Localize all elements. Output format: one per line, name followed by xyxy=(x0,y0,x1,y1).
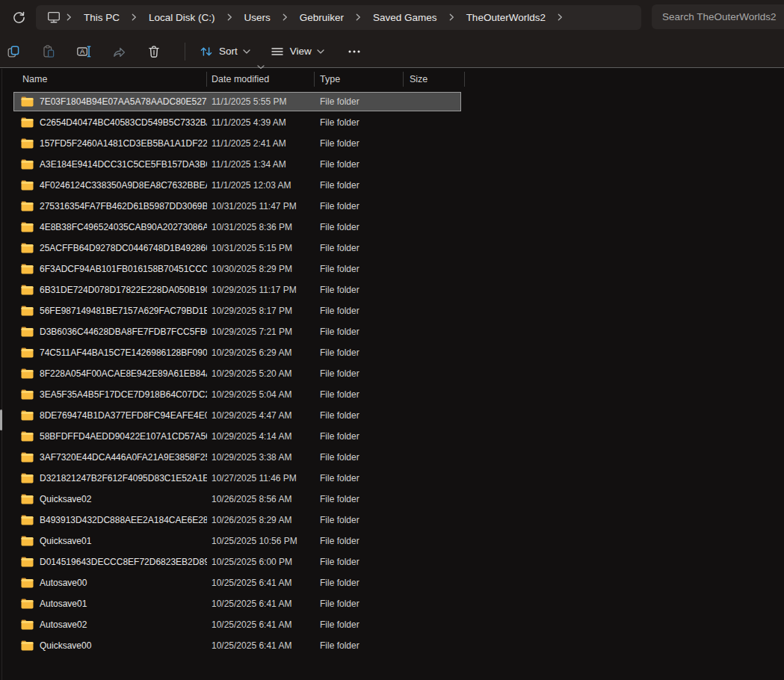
column-header-size[interactable]: Size xyxy=(404,72,465,87)
column-header-date-modified[interactable]: Date modified xyxy=(207,72,315,87)
file-row[interactable]: 157FD5F2460A1481CD3EB5BA1A1DF22D 11/1/20… xyxy=(0,133,784,154)
breadcrumb-item-users[interactable]: Users xyxy=(238,9,277,26)
file-row[interactable]: 6B31DE724D078D17822E228DA050B190 10/29/2… xyxy=(0,279,784,300)
breadcrumb-item-theouterworlds2[interactable]: TheOuterWorlds2 xyxy=(460,9,552,26)
file-row[interactable]: 7E03F1804B94E07AA5A78AADC80E5275 11/1/20… xyxy=(0,91,784,112)
column-header-date-modified-label: Date modified xyxy=(212,74,269,84)
file-name: 6F3ADCF94AB101FB016158B70451CCC3 xyxy=(40,264,207,274)
column-header-row: Name Date modified Type Size xyxy=(0,69,784,90)
file-row[interactable]: 4F0246124C338350A9D8EA8C7632BBEA 11/1/20… xyxy=(0,175,784,196)
file-row[interactable]: 74C511AF44BA15C7E1426986128BF090 10/29/2… xyxy=(0,342,784,363)
rename-button[interactable]: A xyxy=(70,38,97,65)
folder-icon xyxy=(21,640,34,651)
file-name: 7E03F1804B94E07AA5A78AADC80E5275 xyxy=(40,96,207,107)
file-name: 3AF7320E44DCA446A0FA21A9E3858F25 xyxy=(40,452,207,463)
toolbar-divider xyxy=(185,43,185,61)
file-date-modified: 10/29/2025 8:17 PM xyxy=(207,306,315,316)
file-row[interactable]: C2654D40474BC40583CD549B5C7332BA 11/1/20… xyxy=(0,112,784,133)
file-date-modified: 11/1/2025 1:34 AM xyxy=(207,159,315,170)
file-row[interactable]: Autosave00 10/25/2025 6:41 AM File folde… xyxy=(0,572,784,593)
this-pc-monitor-icon[interactable] xyxy=(46,10,61,25)
refresh-icon xyxy=(12,10,26,25)
file-name: 8F228A054F00ACAE8E942E89A61EB84A xyxy=(40,368,207,379)
file-row[interactable]: 3AF7320E44DCA446A0FA21A9E3858F25 10/29/2… xyxy=(0,447,784,468)
folder-icon xyxy=(21,389,34,400)
chevron-right-icon[interactable] xyxy=(552,13,568,21)
address-bar[interactable]: This PCLocal Disk (C:)UsersGebruikerSave… xyxy=(36,5,641,30)
file-row[interactable]: 56FE987149481BE7157A629FAC79BD1E 10/29/2… xyxy=(0,300,784,321)
view-button[interactable]: View xyxy=(262,39,332,64)
search-input[interactable] xyxy=(652,11,784,22)
file-type: File folder xyxy=(315,180,404,191)
file-row[interactable]: Autosave01 10/25/2025 6:41 AM File folde… xyxy=(0,593,784,614)
file-row[interactable]: 275316354FA7FB462D61B5987DD3069B 10/31/2… xyxy=(0,196,784,217)
search-box[interactable] xyxy=(652,4,784,29)
file-name: 8DE769474B1DA377EFD8FC94EAFE4E0D xyxy=(40,410,207,421)
chevron-right-icon[interactable] xyxy=(61,13,77,21)
file-name: Quicksave00 xyxy=(40,640,91,651)
file-name: D014519643DECCC8EF72D6823EB2D891 xyxy=(40,557,207,567)
file-date-modified: 11/1/2025 12:03 AM xyxy=(207,180,315,191)
breadcrumb-item-this-pc[interactable]: This PC xyxy=(77,9,126,26)
refresh-button[interactable] xyxy=(6,4,31,30)
file-row[interactable]: 8DE769474B1DA377EFD8FC94EAFE4E0D 10/29/2… xyxy=(0,405,784,426)
file-row[interactable]: 4E8B38FC496524035CAB90A20273086A 10/31/2… xyxy=(0,217,784,238)
more-options-button[interactable] xyxy=(341,38,368,65)
file-type: File folder xyxy=(315,243,404,253)
file-row[interactable]: D3B6036C44628DBA8FE7FDB7FCC5FB0C 10/29/2… xyxy=(0,321,784,342)
file-row[interactable]: B493913D432DC888AEE2A184CAE6E28E 10/26/2… xyxy=(0,510,784,531)
file-name: 275316354FA7FB462D61B5987DD3069B xyxy=(40,201,207,211)
chevron-right-icon[interactable] xyxy=(277,13,293,21)
file-name: 74C511AF44BA15C7E1426986128BF090 xyxy=(40,347,207,358)
sort-descending-icon xyxy=(256,65,265,69)
file-date-modified: 10/25/2025 6:41 AM xyxy=(207,578,315,588)
file-date-modified: 10/26/2025 8:29 AM xyxy=(207,515,315,525)
chevron-right-icon[interactable] xyxy=(351,13,366,21)
view-icon xyxy=(270,44,285,59)
file-type: File folder xyxy=(315,327,404,337)
file-row[interactable]: 3EA5F35A4B5F17DCE7D918B64C07DC22 10/29/2… xyxy=(0,384,784,405)
breadcrumb: This PCLocal Disk (C:)UsersGebruikerSave… xyxy=(61,9,568,26)
file-type: File folder xyxy=(315,578,404,588)
chevron-right-icon[interactable] xyxy=(222,13,238,21)
folder-icon xyxy=(21,494,34,504)
file-date-modified: 10/25/2025 6:00 PM xyxy=(207,557,315,567)
column-header-type[interactable]: Type xyxy=(315,72,404,87)
breadcrumb-item-gebruiker[interactable]: Gebruiker xyxy=(293,9,351,26)
file-row[interactable]: 6F3ADCF94AB101FB016158B70451CCC3 10/30/2… xyxy=(0,259,784,279)
file-type: File folder xyxy=(315,117,404,128)
file-row[interactable]: 25ACFFB64D9278DC0446748D1B492860 10/31/2… xyxy=(0,238,784,259)
file-row[interactable]: Quicksave01 10/25/2025 10:56 PM File fol… xyxy=(0,531,784,551)
breadcrumb-item-local-disk-c-[interactable]: Local Disk (C:) xyxy=(142,9,222,26)
file-date-modified: 10/26/2025 8:56 AM xyxy=(207,494,315,504)
file-type: File folder xyxy=(315,515,404,525)
delete-button[interactable] xyxy=(141,38,167,65)
column-header-name[interactable]: Name xyxy=(0,72,207,87)
file-row[interactable]: A3E184E9414DCC31C5CE5FB157DA3BC5 11/1/20… xyxy=(0,154,784,175)
file-name: 6B31DE724D078D17822E228DA050B190 xyxy=(40,285,207,295)
file-row[interactable]: Autosave02 10/25/2025 6:41 AM File folde… xyxy=(0,614,784,635)
chevron-right-icon[interactable] xyxy=(444,13,460,21)
file-type: File folder xyxy=(315,619,404,630)
folder-icon xyxy=(21,159,34,170)
sort-button[interactable]: Sort xyxy=(191,39,258,64)
file-type: File folder xyxy=(315,285,404,295)
file-row[interactable]: 58BFDFFD4AEDD90422E107A1CD57A568 10/29/2… xyxy=(0,426,784,447)
folder-icon xyxy=(21,138,34,149)
file-type: File folder xyxy=(315,452,404,463)
folder-icon xyxy=(21,327,34,337)
file-row[interactable]: D014519643DECCC8EF72D6823EB2D891 10/25/2… xyxy=(0,551,784,572)
file-row[interactable]: 8F228A054F00ACAE8E942E89A61EB84A 10/29/2… xyxy=(0,363,784,384)
file-row[interactable]: Quicksave02 10/26/2025 8:56 AM File fold… xyxy=(0,489,784,510)
copy-button[interactable] xyxy=(0,38,27,65)
file-row[interactable]: Quicksave00 10/25/2025 6:41 AM File fold… xyxy=(0,635,784,656)
share-button[interactable] xyxy=(105,38,132,65)
chevron-right-icon[interactable] xyxy=(126,13,142,21)
copy-icon xyxy=(6,44,21,59)
file-list: 7E03F1804B94E07AA5A78AADC80E5275 11/1/20… xyxy=(0,91,784,656)
breadcrumb-item-saved-games[interactable]: Saved Games xyxy=(366,9,444,26)
paste-button[interactable] xyxy=(35,38,62,65)
folder-icon xyxy=(21,117,34,128)
file-type: File folder xyxy=(315,306,404,316)
file-row[interactable]: D321821247B2F612F4095D83C1E52A1E 10/27/2… xyxy=(0,468,784,489)
